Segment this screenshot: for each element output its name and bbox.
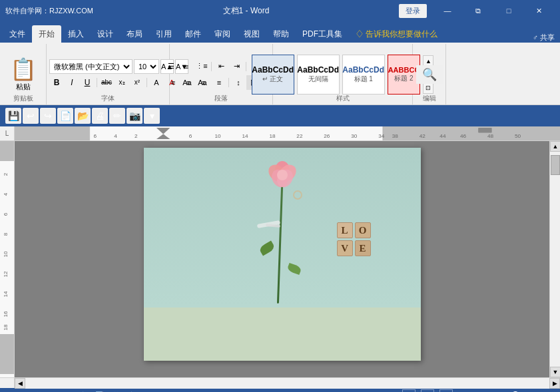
tab-view[interactable]: 视图 — [237, 25, 266, 43]
new-doc-button[interactable]: 📄 — [57, 108, 73, 124]
font-size-select[interactable]: 10 — [134, 59, 159, 74]
share-button[interactable]: ♂ 共享 — [533, 33, 555, 41]
justify-button[interactable]: ≡ — [212, 75, 226, 90]
web-view-button[interactable]: 🌐 — [439, 389, 453, 392]
svg-text:8: 8 — [3, 232, 9, 236]
tab-help[interactable]: 帮助 — [266, 25, 296, 43]
increase-indent-button[interactable]: ⇥ — [229, 59, 244, 74]
svg-text:30: 30 — [351, 133, 358, 139]
paste-button[interactable]: 📋 粘贴 — [7, 55, 39, 93]
restore-button[interactable]: ⧉ — [463, 0, 493, 21]
align-left-button[interactable]: ≡ — [166, 75, 180, 90]
svg-text:6: 6 — [189, 133, 192, 139]
font-name-select[interactable]: 微软雅黑 (中文正文) — [49, 59, 133, 74]
svg-text:14: 14 — [242, 133, 248, 139]
app-title: 文档1 - Word — [223, 5, 270, 17]
screenshot-button[interactable]: 📷 — [127, 108, 142, 124]
scroll-up-button[interactable]: ▲ — [550, 141, 560, 152]
login-button[interactable]: 登录 — [399, 4, 427, 18]
align-right-button[interactable]: ≡ — [196, 75, 211, 90]
para-group-label: 段落 — [170, 94, 272, 103]
decrease-indent-button[interactable]: ⇤ — [214, 59, 228, 74]
svg-text:6: 6 — [94, 133, 97, 139]
love-tiles: L O V E — [337, 222, 371, 256]
document-page: L O V E — [144, 148, 421, 361]
tab-review[interactable]: 审阅 — [208, 25, 237, 43]
close-button[interactable]: ✕ — [524, 0, 555, 21]
line-spacing-button[interactable]: ↕ — [231, 75, 246, 90]
style-no-spacing[interactable]: AaBbCcDd 无间隔 — [297, 55, 340, 95]
style-nospacing-thumb: AaBbCcDd — [297, 65, 339, 75]
print-button[interactable]: 🖨 — [92, 108, 108, 124]
multilevel-list-button[interactable]: ⋮≡ — [194, 59, 209, 74]
svg-rect-0 — [15, 126, 90, 140]
minimize-button[interactable]: — — [432, 0, 463, 21]
status-right: 📖 🖨 🌐 − + 100% — [402, 389, 555, 392]
tab-insert[interactable]: 插入 — [61, 25, 91, 43]
print-view-button[interactable]: 🖨 — [421, 389, 434, 392]
bold-button[interactable]: B — [49, 75, 64, 90]
h-scroll-container: ◀ ▶ — [15, 378, 560, 388]
document-scroll[interactable]: L O V E — [15, 141, 549, 377]
clear-format-button[interactable]: A — [149, 75, 164, 90]
maximize-button[interactable]: □ — [493, 0, 524, 21]
numbered-list-button[interactable]: ≡ — [179, 59, 194, 74]
style-nospacing-label: 无间隔 — [308, 75, 328, 84]
svg-text:46: 46 — [460, 133, 467, 139]
tile-ring: O — [355, 222, 371, 238]
align-center-button[interactable]: ≡ — [181, 75, 196, 90]
svg-text:34: 34 — [378, 133, 385, 139]
more-button[interactable]: ▾ — [144, 108, 160, 124]
style-heading1[interactable]: AaBbCcDd 标题 1 — [342, 55, 385, 95]
read-view-button[interactable]: 📖 — [402, 389, 416, 392]
svg-rect-2 — [90, 126, 383, 140]
tile-V: V — [337, 240, 353, 256]
undo-button[interactable]: ↩ — [23, 108, 39, 124]
scroll-down-button[interactable]: ▼ — [550, 367, 560, 377]
svg-rect-1 — [383, 126, 560, 140]
tab-layout[interactable]: 布局 — [120, 25, 149, 43]
card-bg-bottom — [144, 307, 421, 361]
editing-group: 🔍 编辑 — [413, 44, 446, 104]
open-button[interactable]: 📂 — [75, 108, 91, 124]
style-normal[interactable]: AaBbCcDd ↵ 正文 — [252, 55, 294, 95]
ribbon: 📋 粘贴 剪贴板 微软雅黑 (中文正文) 10 A▲ A▼ B I U — [0, 43, 560, 105]
tab-pdf[interactable]: PDF工具集 — [296, 25, 349, 43]
superscript-button[interactable]: x² — [130, 75, 144, 90]
tab-search[interactable]: ♢ 告诉我你想要做什么 — [349, 25, 444, 43]
underline-button[interactable]: U — [80, 75, 95, 90]
bullet-list-button[interactable]: ☰ — [164, 59, 178, 74]
svg-text:4: 4 — [3, 192, 9, 196]
paste-icon: 📋 — [10, 57, 37, 82]
style-h1-thumb: AaBbCcDd — [342, 65, 384, 75]
tile-E: E — [355, 240, 371, 256]
tab-mailings[interactable]: 邮件 — [178, 25, 208, 43]
scroll-thumb[interactable] — [551, 155, 560, 175]
italic-button[interactable]: I — [65, 75, 79, 90]
svg-text:18: 18 — [269, 133, 276, 139]
scroll-track[interactable] — [550, 152, 560, 367]
flower-head — [266, 158, 299, 192]
app-site: 软件自学网：RJZXW.COM — [5, 6, 93, 16]
strikethrough-button[interactable]: abc — [99, 75, 114, 90]
tab-file[interactable]: 文件 — [3, 25, 32, 43]
h-scroll-track[interactable] — [25, 378, 549, 389]
ruler-handle[interactable]: L — [0, 126, 15, 141]
h-scroll-left[interactable]: ◀ — [15, 378, 25, 389]
redo-button[interactable]: ↪ — [40, 108, 56, 124]
h-scroll-right[interactable]: ▶ — [549, 378, 560, 389]
vertical-scrollbar: ▲ ▼ — [549, 141, 560, 377]
save-button[interactable]: 💾 — [5, 108, 21, 124]
subscript-button[interactable]: x₂ — [115, 75, 129, 90]
draw-button[interactable]: ✏ — [109, 108, 125, 124]
tab-design[interactable]: 设计 — [91, 25, 120, 43]
tab-home[interactable]: 开始 — [32, 25, 61, 43]
svg-rect-25 — [478, 128, 491, 133]
styles-group-label: 样式 — [273, 94, 412, 103]
style-normal-label: ↵ 正文 — [262, 75, 283, 84]
font-group-label: 字体 — [47, 94, 169, 103]
tab-references[interactable]: 引用 — [149, 25, 178, 43]
find-button[interactable]: 🔍 — [416, 65, 443, 84]
quick-toolbar: 💾 ↩ ↪ 📄 📂 🖨 ✏ 📷 ▾ — [0, 105, 560, 126]
svg-rect-28 — [0, 334, 15, 374]
